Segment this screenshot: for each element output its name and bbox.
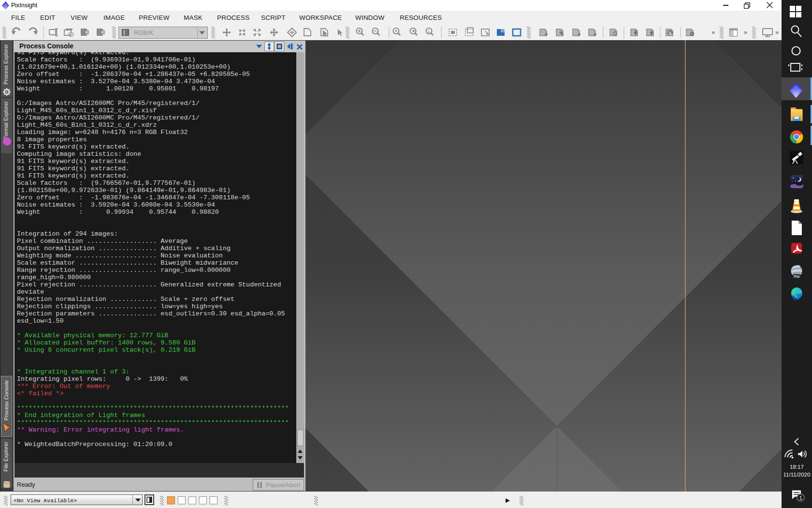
svg-text:<No View Available>: <No View Available>: [14, 497, 77, 504]
svg-text:»: »: [775, 29, 779, 36]
svg-text:»: »: [744, 29, 747, 36]
svg-text:Pro: Pro: [794, 275, 799, 278]
svg-text:»: »: [711, 29, 715, 36]
svg-text:RGB/K: RGB/K: [134, 29, 154, 36]
svg-text:1: 1: [428, 29, 430, 34]
svg-text:1: 1: [799, 495, 802, 501]
